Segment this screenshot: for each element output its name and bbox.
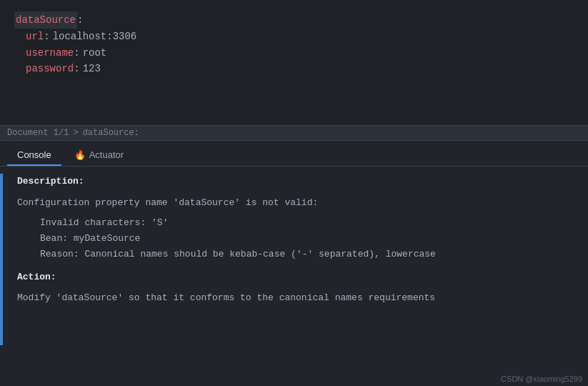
invalid-chars-text: Invalid characters: 'S': [40, 217, 168, 228]
panel-container: Console 🔥Actuator Description: Configura…: [0, 141, 588, 386]
url-colon: :: [44, 29, 49, 44]
code-editor: dataSource: url:localhost:3306 username:…: [0, 0, 588, 125]
bean-line: Bean: myDateSource: [40, 231, 577, 247]
config-error-text: Configuration property name 'dataSource'…: [17, 197, 318, 208]
reason-line: Reason: Canonical names should be kebab-…: [40, 247, 577, 262]
actuator-tab-label: Actuator: [89, 149, 124, 160]
password-key: password: [26, 61, 74, 76]
status-path: Document 1/1: [7, 128, 69, 138]
code-line-username: username:root: [14, 45, 588, 61]
status-node: dataSource:: [83, 128, 139, 138]
code-line-password: password:123: [14, 61, 588, 76]
username-colon: :: [74, 45, 79, 61]
url-key: url: [26, 29, 44, 44]
password-colon: :: [74, 61, 79, 76]
action-label-text: Action:: [17, 272, 56, 282]
bean-text: Bean: myDateSource: [40, 233, 140, 244]
invalid-chars-line: Invalid characters: 'S': [40, 215, 577, 231]
action-line: Modify 'dataSource' so that it conforms …: [17, 290, 577, 306]
username-value: root: [83, 45, 107, 61]
watermark: CSDN @xiaoming5299: [501, 375, 582, 383]
tab-console[interactable]: Console: [7, 145, 61, 166]
left-accent-bar: [0, 174, 3, 345]
tab-actuator[interactable]: 🔥Actuator: [64, 145, 134, 166]
action-text: Modify 'dataSource' so that it conforms …: [17, 292, 435, 303]
datasource-colon: :: [77, 12, 83, 28]
code-line-datasource: dataSource:: [14, 11, 588, 29]
config-error-line: Configuration property name 'dataSource'…: [17, 195, 577, 211]
username-key: username: [26, 45, 74, 61]
console-output: Description: Configuration property name…: [11, 174, 577, 306]
description-text: Description:: [17, 176, 84, 187]
status-separator: >: [73, 128, 78, 138]
reason-text: Reason: Canonical names should be kebab-…: [40, 249, 436, 259]
datasource-key: dataSource: [14, 11, 77, 29]
actuator-icon: 🔥: [74, 149, 86, 160]
action-label-line: Action:: [17, 269, 577, 285]
console-tab-label: Console: [17, 149, 51, 160]
password-value: 123: [83, 61, 101, 76]
code-line-url: url:localhost:3306: [14, 29, 588, 44]
panel-tabs: Console 🔥Actuator: [0, 141, 588, 167]
url-value: localhost:3306: [53, 29, 137, 44]
console-area: Description: Configuration property name…: [0, 167, 588, 386]
status-bar: Document 1/1 > dataSource:: [0, 125, 588, 141]
description-label: Description:: [17, 174, 577, 189]
